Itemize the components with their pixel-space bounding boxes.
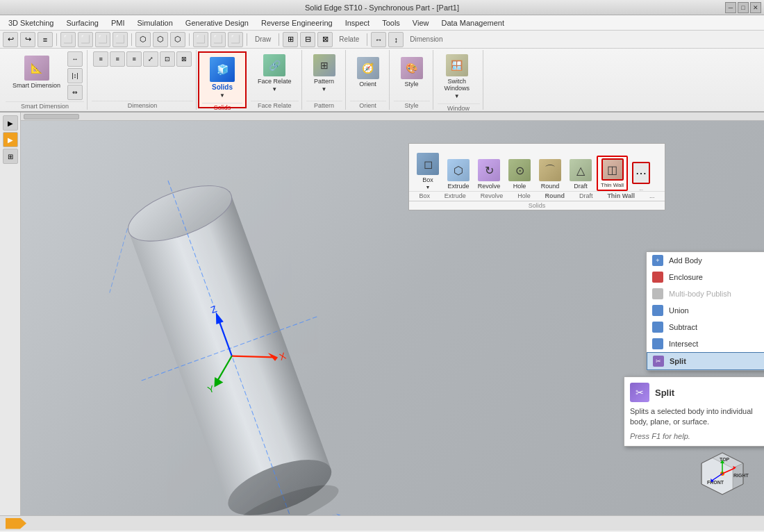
face-relate-button[interactable]: 🔗 Face Relate ▼ — [252, 51, 297, 95]
menu-split[interactable]: ✂ Split — [647, 352, 764, 370]
dim-b5[interactable]: ⊡ — [160, 51, 175, 67]
dim-btn-1[interactable]: ↔ — [371, 32, 386, 47]
tool-btn-11[interactable]: ⬜ — [193, 32, 208, 47]
style-btns: 🎨 Style — [394, 50, 430, 101]
left-btn-2[interactable]: ▶ — [3, 132, 18, 147]
box-icon: ◻ — [417, 153, 439, 175]
thin-wall-button[interactable]: ◫ Thin Wall — [597, 156, 628, 191]
intersect-label: Intersect — [669, 340, 698, 348]
multi-body-label: Multi-body Publish — [669, 290, 731, 298]
menu-surfacing[interactable]: Surfacing — [60, 17, 103, 28]
orient-button[interactable]: 🧭 Orient — [351, 51, 385, 93]
revolve-button[interactable]: ↻ Revolve — [474, 158, 504, 191]
title-text: Solid Edge ST10 - Synchronous Part - [Pa… — [305, 3, 459, 12]
draft-button[interactable]: △ Draft — [566, 158, 595, 191]
menu-union[interactable]: Union — [647, 302, 764, 319]
tool-btn-8[interactable]: ⬡ — [135, 32, 151, 47]
add-body-icon: + — [652, 255, 663, 266]
revolve-icon: ↻ — [478, 159, 500, 181]
tool-btn-4[interactable]: ⬜ — [60, 32, 76, 47]
tool-btn-12[interactable]: ⬜ — [210, 32, 226, 47]
menu-view[interactable]: View — [407, 17, 435, 28]
multi-body-icon — [652, 288, 663, 299]
hole-button[interactable]: ⊙ Hole — [505, 158, 534, 191]
tool-btn-3[interactable]: ≡ — [38, 32, 53, 47]
dim-extra-3[interactable]: ⇔ — [67, 85, 83, 100]
dim-b1[interactable]: ≡ — [93, 51, 108, 67]
orient-btns: 🧭 Orient — [350, 50, 386, 101]
menu-subtract[interactable]: Subtract — [647, 319, 764, 335]
box-label: Box — [422, 176, 433, 183]
switch-windows-button[interactable]: 🪟 SwitchWindows ▼ — [439, 51, 476, 102]
pattern-button[interactable]: ⊞ Pattern ▼ — [308, 51, 341, 95]
thin-wall-label: Thin Wall — [601, 182, 624, 188]
orient-icon: 🧭 — [357, 57, 379, 79]
relate-btn-3[interactable]: ⊠ — [317, 32, 333, 47]
round-icon: ⌒ — [539, 159, 561, 181]
dim-b4[interactable]: ⤢ — [143, 51, 158, 67]
tool-btn-1[interactable]: ↩ — [3, 32, 18, 47]
menu-inspect[interactable]: Inspect — [340, 17, 375, 28]
ribbon-group-dimension: ≡ ≡ ≡ ⤢ ⊡ ⊠ Dimension — [89, 50, 197, 110]
tooltip-hint: Press F1 for help. — [630, 432, 764, 440]
tool-btn-7[interactable]: ⬜ — [113, 32, 128, 47]
dim-extra-2[interactable]: |↕| — [67, 68, 83, 83]
tool-btn-2[interactable]: ↪ — [20, 32, 35, 47]
menu-intersect[interactable]: Intersect — [647, 335, 764, 352]
status-bar — [0, 515, 764, 531]
minimize-button[interactable]: ─ — [725, 2, 736, 13]
smartdim-group-label: Smart Dimension — [6, 101, 84, 110]
pattern-label: Pattern — [314, 78, 334, 85]
extrude-button[interactable]: ⬡ Extrude — [444, 158, 473, 191]
ribbon-group-pattern: ⊞ Pattern ▼ Pattern — [304, 50, 346, 110]
window-group-label: Window — [438, 103, 480, 113]
dim-btn-2[interactable]: ↕ — [388, 32, 404, 47]
tooltip-header: ✂ Split — [630, 383, 764, 402]
tool-btn-13[interactable]: ⬜ — [228, 32, 243, 47]
left-btn-3[interactable]: ⊞ — [3, 149, 18, 164]
ribbon-group-facerelate: 🔗 Face Relate ▼ Face Relate — [248, 50, 302, 110]
scroll-thumb[interactable] — [24, 114, 79, 119]
add-body-label: Add Body — [669, 256, 702, 265]
svg-text:FRONT: FRONT — [707, 480, 724, 485]
extrude-label: Extrude — [447, 183, 469, 190]
cube-navigator[interactable]: TOP RIGHT FRONT — [695, 446, 750, 501]
separator-5 — [279, 33, 279, 46]
solids-more-button[interactable]: ⋯ — [632, 162, 650, 184]
smart-dimension-button[interactable]: 📐 Smart Dimension — [7, 51, 66, 93]
menu-data-management[interactable]: Data Management — [436, 17, 510, 28]
tool-btn-9[interactable]: ⬡ — [153, 32, 168, 47]
relate-btn-1[interactable]: ⊞ — [283, 32, 298, 47]
subtract-icon — [652, 322, 663, 333]
tool-btn-10[interactable]: ⬡ — [170, 32, 185, 47]
menu-3d-sketching[interactable]: 3D Sketching — [3, 17, 59, 28]
menu-generative-design[interactable]: Generative Design — [180, 17, 254, 28]
menu-tools[interactable]: Tools — [376, 17, 406, 28]
solids-main-button[interactable]: 🧊 Solids ▼ — [204, 54, 240, 101]
union-label: Union — [669, 306, 689, 315]
menu-add-body[interactable]: + Add Body — [647, 252, 764, 269]
dim-b3[interactable]: ≡ — [126, 51, 142, 67]
maximize-button[interactable]: □ — [738, 2, 749, 13]
tool-btn-6[interactable]: ⬜ — [95, 32, 110, 47]
menu-pmi[interactable]: PMI — [106, 17, 131, 28]
round-label: Round — [541, 183, 560, 190]
close-button[interactable]: ✕ — [750, 2, 761, 13]
scroll-bar-top[interactable] — [21, 113, 764, 121]
revolve-bottom-label: Revolve — [481, 192, 504, 199]
menu-reverse-engineering[interactable]: Reverse Engineering — [256, 17, 338, 28]
menu-simulation[interactable]: Simulation — [131, 17, 178, 28]
style-button[interactable]: 🎨 Style — [395, 51, 429, 93]
viewport[interactable]: Z X Y TOP RIGHT FRONT — [21, 113, 764, 515]
relate-btn-2[interactable]: ⊟ — [300, 32, 315, 47]
tool-btn-5[interactable]: ⬜ — [78, 32, 93, 47]
menu-enclosure[interactable]: Enclosure — [647, 269, 764, 285]
round-button[interactable]: ⌒ Round — [535, 158, 565, 191]
dimension-group-label: Dimension — [92, 101, 193, 110]
dim-b2[interactable]: ≡ — [110, 51, 125, 67]
status-arrow-icon — [6, 518, 26, 529]
left-btn-1[interactable]: ▶ — [3, 115, 18, 131]
dim-extra-1[interactable]: ↔ — [67, 51, 83, 67]
box-button[interactable]: ◻ Box ▼ — [413, 151, 442, 191]
dim-b6[interactable]: ⊠ — [176, 51, 192, 67]
